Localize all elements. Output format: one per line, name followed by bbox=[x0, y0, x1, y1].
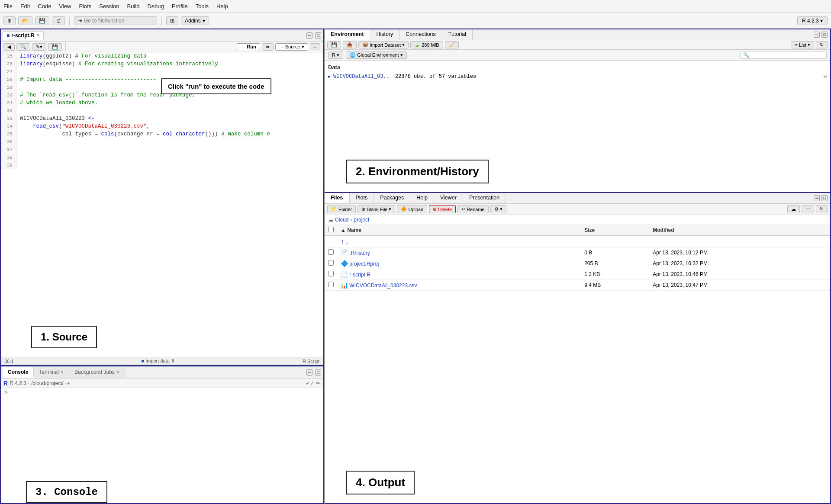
menu-profile[interactable]: Profile bbox=[172, 3, 188, 10]
new-file-button[interactable]: ⊕ bbox=[3, 16, 16, 25]
files-refresh-button[interactable]: ↻ bbox=[816, 205, 828, 213]
search-button[interactable]: 🔍 bbox=[16, 43, 30, 51]
global-env-button[interactable]: 🌐 Global Environment ▾ bbox=[346, 51, 407, 59]
blank-file-button[interactable]: ⊕ Blank File ▾ bbox=[358, 205, 395, 213]
tab-viewer[interactable]: Viewer bbox=[434, 193, 463, 203]
file-row-csv: 📊 WICVOCDataAll_030223.csv 9.4 MB Apr 13… bbox=[325, 280, 830, 291]
rhistory-checkbox[interactable] bbox=[328, 249, 334, 255]
minimize-button[interactable]: ─ bbox=[306, 32, 312, 39]
menu-session[interactable]: Session bbox=[99, 3, 119, 10]
more-settings-button[interactable]: ⚙ ▾ bbox=[490, 205, 506, 213]
csv-link[interactable]: WICVOCDataAll_030223.csv bbox=[349, 282, 417, 289]
menu-view[interactable]: View bbox=[59, 3, 71, 10]
tab-files[interactable]: Files bbox=[325, 193, 350, 203]
tab-history[interactable]: History bbox=[370, 29, 399, 40]
csv-checkbox[interactable] bbox=[328, 282, 334, 287]
console-minimize-button[interactable]: ─ bbox=[306, 369, 312, 376]
tab-presentation[interactable]: Presentation bbox=[463, 193, 506, 203]
new-folder-button[interactable]: 📁 Folder bbox=[327, 205, 356, 213]
pencil-button[interactable]: ✎▾ bbox=[32, 43, 46, 51]
source-tab-close[interactable]: ✕ bbox=[36, 33, 40, 38]
file-name-cell: ↑ .. bbox=[337, 236, 581, 247]
list-button[interactable]: ≡ List ▾ bbox=[791, 41, 814, 48]
menu-plots[interactable]: Plots bbox=[79, 3, 91, 10]
menu-edit[interactable]: Edit bbox=[20, 3, 30, 10]
addins-button[interactable]: Addins ▾ bbox=[181, 16, 209, 25]
breadcrumb-project[interactable]: project bbox=[354, 217, 369, 223]
dataset-name[interactable]: WICVOCDataAll_03... bbox=[333, 74, 393, 80]
files-more-button[interactable]: ⋯ bbox=[802, 205, 814, 213]
parent-dir-link[interactable]: .. bbox=[345, 239, 348, 245]
rproj-link[interactable]: project.Rproj bbox=[349, 261, 379, 267]
rscript-link[interactable]: r-script.R bbox=[349, 272, 370, 278]
save-button[interactable]: 💾 bbox=[35, 16, 49, 25]
source-tab[interactable]: ■ r-script.R ✕ bbox=[3, 31, 44, 40]
menu-debug[interactable]: Debug bbox=[147, 3, 164, 10]
menu-help[interactable]: Help bbox=[216, 3, 228, 10]
menu-tools[interactable]: Tools bbox=[196, 3, 209, 10]
run-button[interactable]: → Run bbox=[237, 43, 260, 50]
grid-view-icon[interactable]: ⊞ bbox=[824, 73, 827, 80]
breadcrumb-cloud[interactable]: Cloud bbox=[335, 217, 348, 223]
env-search-input[interactable] bbox=[740, 51, 827, 59]
load-history-button[interactable]: 📥 bbox=[343, 41, 357, 48]
list-arrow-icon: ▾ bbox=[808, 42, 810, 48]
maximize-button[interactable]: □ bbox=[315, 32, 321, 39]
file-modified-cell: Apr 13, 2023, 10:46 PM bbox=[649, 269, 830, 280]
refresh-button[interactable]: ↻ bbox=[816, 41, 828, 48]
terminal-close-icon[interactable]: ✕ bbox=[60, 370, 64, 375]
source-button[interactable]: → Source ▾ bbox=[275, 43, 308, 51]
navigate-icon[interactable]: ⇢ bbox=[65, 380, 70, 386]
env-maximize-button[interactable]: □ bbox=[821, 32, 828, 38]
select-all-checkbox[interactable] bbox=[328, 227, 334, 232]
r-logo: R bbox=[3, 380, 8, 387]
open-file-button[interactable]: 📂 bbox=[18, 16, 32, 25]
code-line-38: 38 bbox=[1, 154, 323, 161]
tab-console[interactable]: Console bbox=[3, 367, 34, 378]
r-dropdown-button[interactable]: R ▾ bbox=[328, 51, 343, 59]
import-dataset-button[interactable]: 📦 Import Dataset ▾ bbox=[358, 41, 409, 48]
rhistory-link[interactable]: .Rhistory bbox=[349, 250, 370, 256]
tab-environment[interactable]: Environment bbox=[325, 29, 370, 40]
back-button[interactable]: ◀ bbox=[3, 43, 15, 51]
tab-packages[interactable]: Packages bbox=[374, 193, 410, 203]
console-body[interactable]: > 3. Console bbox=[1, 388, 323, 503]
broom-button[interactable]: 🧹 bbox=[445, 41, 459, 48]
menu-file[interactable]: File bbox=[3, 3, 13, 10]
rproj-checkbox[interactable] bbox=[328, 260, 334, 266]
goto-file-input[interactable] bbox=[84, 18, 153, 24]
env-minimize-button[interactable]: ─ bbox=[814, 32, 820, 38]
delete-button[interactable]: ⊗ Delete bbox=[429, 205, 456, 213]
tab-terminal[interactable]: Terminal ✕ bbox=[34, 367, 69, 378]
menubar: File Edit Code View Plots Session Build … bbox=[0, 0, 831, 13]
background-jobs-close-icon[interactable]: ✕ bbox=[116, 370, 119, 375]
dataset-arrow-icon[interactable]: ▶ bbox=[328, 74, 331, 79]
print-button[interactable]: 🖨 bbox=[52, 16, 65, 25]
tab-tutorial[interactable]: Tutorial bbox=[442, 29, 473, 40]
blank-file-arrow-icon: ▾ bbox=[389, 206, 391, 212]
rscript-checkbox[interactable] bbox=[328, 271, 334, 276]
files-cloud-button[interactable]: ☁ bbox=[787, 205, 800, 213]
console-maximize-button[interactable]: □ bbox=[315, 369, 321, 376]
tab-connections[interactable]: Connections bbox=[399, 29, 442, 40]
tab-plots[interactable]: Plots bbox=[350, 193, 374, 203]
save-script-button[interactable]: 💾 bbox=[48, 43, 62, 51]
tab-background-jobs[interactable]: Background Jobs ✕ bbox=[69, 367, 125, 378]
tab-help[interactable]: Help bbox=[410, 193, 434, 203]
rename-button[interactable]: ↩ Rename bbox=[457, 205, 489, 213]
code-editor[interactable]: 25 library(ggplot2) # For visualizing da… bbox=[1, 52, 323, 169]
goto-file-button[interactable]: ➜ bbox=[74, 16, 157, 25]
checkbox-cell bbox=[325, 269, 337, 280]
main-layout: ■ r-script.R ✕ ─ □ ◀ 🔍 ✎▾ 💾 → bbox=[0, 29, 831, 504]
files-minimize-button[interactable]: ─ bbox=[814, 195, 820, 201]
files-maximize-button[interactable]: □ bbox=[821, 195, 828, 201]
upload-button[interactable]: 🔶 Upload bbox=[397, 205, 427, 213]
save-history-button[interactable]: 💾 bbox=[327, 41, 341, 48]
menu-code[interactable]: Code bbox=[38, 3, 51, 10]
sort-icon: ⇕ bbox=[171, 358, 175, 363]
more-button[interactable]: ≡ bbox=[310, 43, 320, 50]
menu-build[interactable]: Build bbox=[127, 3, 140, 10]
name-column-header[interactable]: ▲ Name bbox=[337, 225, 581, 236]
grid-button[interactable]: ⊞ bbox=[166, 16, 178, 25]
run-all-button[interactable]: ⇒ bbox=[262, 43, 274, 51]
